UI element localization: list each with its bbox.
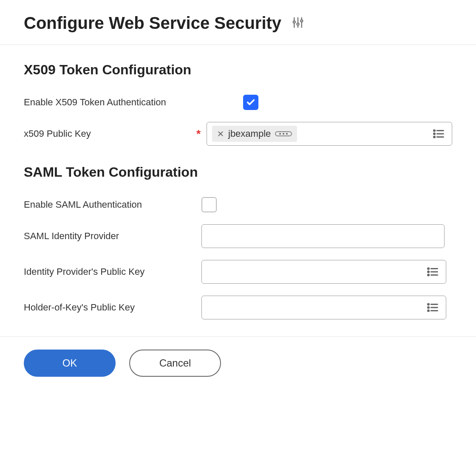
- saml-idp-row: SAML Identity Provider: [24, 224, 452, 248]
- svg-point-6: [293, 21, 295, 23]
- svg-point-23: [428, 304, 429, 305]
- saml-hok-key-input[interactable]: [201, 296, 446, 319]
- saml-idp-key-input[interactable]: [201, 260, 446, 284]
- x509-enable-row: Enable X509 Token Authentication: [24, 95, 452, 110]
- x509-section: X509 Token Configuration Enable X509 Tok…: [0, 62, 476, 146]
- saml-hok-key-label: Holder-of-Key's Public Key: [24, 302, 177, 313]
- list-picker-icon[interactable]: [426, 265, 439, 278]
- page-header: Configure Web Service Security: [0, 0, 476, 45]
- x509-public-key-chip-label: jbexample: [228, 128, 271, 139]
- settings-icon[interactable]: [292, 16, 304, 31]
- saml-section: SAML Token Configuration Enable SAML Aut…: [0, 164, 476, 319]
- saml-enable-checkbox[interactable]: [201, 197, 217, 212]
- list-picker-icon[interactable]: [432, 127, 445, 140]
- svg-point-17: [428, 268, 429, 269]
- x509-public-key-chip: jbexample: [212, 126, 297, 142]
- cancel-button[interactable]: Cancel: [129, 350, 221, 377]
- svg-point-15: [434, 136, 435, 138]
- saml-idp-input[interactable]: [201, 224, 445, 248]
- svg-point-25: [428, 307, 429, 308]
- saml-hok-key-label-text: Holder-of-Key's Public Key: [24, 302, 135, 313]
- ok-button[interactable]: OK: [24, 350, 116, 377]
- saml-hok-key-row: Holder-of-Key's Public Key: [24, 296, 452, 319]
- x509-enable-label-text: Enable X509 Token Authentication: [24, 97, 166, 108]
- close-icon[interactable]: [217, 130, 224, 137]
- more-icon[interactable]: [275, 131, 292, 136]
- svg-point-11: [434, 130, 435, 131]
- svg-point-21: [428, 274, 429, 276]
- svg-point-27: [428, 310, 429, 311]
- svg-point-7: [297, 23, 299, 25]
- saml-idp-key-label-text: Identity Provider's Public Key: [24, 266, 144, 277]
- saml-idp-label-text: SAML Identity Provider: [24, 231, 119, 242]
- x509-public-key-label-text: x509 Public Key: [24, 128, 91, 139]
- saml-idp-key-label: Identity Provider's Public Key: [24, 266, 177, 277]
- required-indicator: *: [196, 127, 201, 141]
- svg-point-19: [428, 271, 429, 273]
- x509-section-title: X509 Token Configuration: [24, 62, 452, 78]
- x509-enable-label: Enable X509 Token Authentication: [24, 97, 207, 108]
- x509-public-key-input[interactable]: jbexample: [207, 122, 452, 146]
- svg-point-13: [434, 133, 435, 135]
- page-title: Configure Web Service Security: [24, 14, 281, 33]
- saml-enable-row: Enable SAML Authentication: [24, 197, 452, 212]
- saml-enable-label: Enable SAML Authentication: [24, 199, 177, 210]
- saml-enable-label-text: Enable SAML Authentication: [24, 199, 142, 210]
- x509-enable-checkbox[interactable]: [243, 95, 258, 110]
- svg-point-8: [300, 20, 303, 22]
- saml-idp-label: SAML Identity Provider: [24, 231, 177, 242]
- x509-public-key-label: x509 Public Key *: [24, 127, 207, 141]
- saml-section-title: SAML Token Configuration: [24, 164, 452, 180]
- x509-public-key-row: x509 Public Key * jbexample: [24, 122, 452, 146]
- footer: OK Cancel: [0, 336, 476, 389]
- list-picker-icon[interactable]: [426, 301, 439, 314]
- saml-idp-key-row: Identity Provider's Public Key: [24, 260, 452, 284]
